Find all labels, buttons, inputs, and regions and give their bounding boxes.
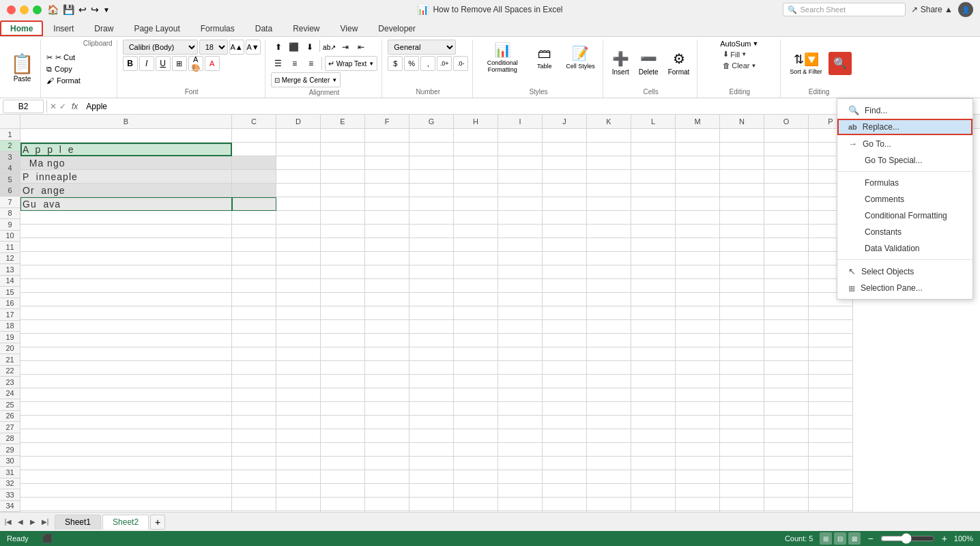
cell-g26[interactable] bbox=[409, 470, 454, 484]
cell-j14[interactable] bbox=[543, 306, 587, 320]
cell-c3[interactable] bbox=[232, 156, 276, 170]
cell-f9[interactable] bbox=[365, 238, 409, 252]
cell-l23[interactable] bbox=[631, 429, 676, 443]
cell-n17[interactable] bbox=[720, 347, 764, 361]
cell-i15[interactable] bbox=[498, 320, 543, 334]
cell-c6[interactable] bbox=[232, 197, 276, 211]
cell-o9[interactable] bbox=[764, 238, 809, 252]
cell-m27[interactable] bbox=[676, 484, 720, 498]
cell-n16[interactable] bbox=[720, 334, 764, 347]
cell-n1[interactable] bbox=[720, 129, 764, 143]
cell-n7[interactable] bbox=[720, 211, 764, 225]
cell-h6[interactable] bbox=[454, 197, 498, 211]
minimize-button[interactable] bbox=[20, 5, 29, 14]
cell-p21[interactable] bbox=[809, 402, 853, 416]
font-color-button[interactable]: A bbox=[205, 56, 220, 71]
cell-i20[interactable] bbox=[498, 388, 543, 402]
cell-m12[interactable] bbox=[676, 279, 720, 293]
cell-n18[interactable] bbox=[720, 361, 764, 375]
cell-o22[interactable] bbox=[764, 416, 809, 429]
number-format-select[interactable]: General bbox=[388, 40, 456, 55]
comma-button[interactable]: , bbox=[420, 56, 435, 71]
cell-j21[interactable] bbox=[543, 402, 587, 416]
cell-d19[interactable] bbox=[276, 375, 321, 388]
cell-o14[interactable] bbox=[764, 306, 809, 320]
cell-i5[interactable] bbox=[498, 184, 543, 197]
cell-c14[interactable] bbox=[232, 306, 276, 320]
cell-b7[interactable] bbox=[20, 211, 232, 225]
cell-d23[interactable] bbox=[276, 429, 321, 443]
cell-d22[interactable] bbox=[276, 416, 321, 429]
cell-l7[interactable] bbox=[631, 211, 676, 225]
cell-e11[interactable] bbox=[321, 265, 365, 279]
cell-f26[interactable] bbox=[365, 470, 409, 484]
cell-d16[interactable] bbox=[276, 334, 321, 347]
cell-h1[interactable] bbox=[454, 129, 498, 143]
cell-d18[interactable] bbox=[276, 361, 321, 375]
cell-h9[interactable] bbox=[454, 238, 498, 252]
cell-g11[interactable] bbox=[409, 265, 454, 279]
cell-i6[interactable] bbox=[498, 197, 543, 211]
cell-j7[interactable] bbox=[543, 211, 587, 225]
cell-m6[interactable] bbox=[676, 197, 720, 211]
cell-k2[interactable] bbox=[587, 143, 631, 156]
cell-k21[interactable] bbox=[587, 402, 631, 416]
fill-color-button[interactable]: A🎨 bbox=[188, 56, 203, 71]
cell-n2[interactable] bbox=[720, 143, 764, 156]
cell-h13[interactable] bbox=[454, 293, 498, 306]
cell-g16[interactable] bbox=[409, 334, 454, 347]
cell-p14[interactable] bbox=[809, 306, 853, 320]
cell-h23[interactable] bbox=[454, 429, 498, 443]
cell-b17[interactable] bbox=[20, 347, 232, 361]
cell-n19[interactable] bbox=[720, 375, 764, 388]
cell-l5[interactable] bbox=[631, 184, 676, 197]
cell-d17[interactable] bbox=[276, 347, 321, 361]
cell-h8[interactable] bbox=[454, 225, 498, 238]
cell-g13[interactable] bbox=[409, 293, 454, 306]
row-header-11[interactable]: 11 bbox=[0, 242, 20, 253]
cell-e1[interactable] bbox=[321, 129, 365, 143]
cell-g4[interactable] bbox=[409, 170, 454, 184]
cell-l15[interactable] bbox=[631, 320, 676, 334]
cell-h28[interactable] bbox=[454, 498, 498, 511]
cell-k5[interactable] bbox=[587, 184, 631, 197]
cell-n9[interactable] bbox=[720, 238, 764, 252]
cell-b10[interactable] bbox=[20, 252, 232, 265]
cell-e3[interactable] bbox=[321, 156, 365, 170]
cell-l8[interactable] bbox=[631, 225, 676, 238]
cell-i24[interactable] bbox=[498, 443, 543, 457]
cell-i25[interactable] bbox=[498, 457, 543, 470]
cell-k14[interactable] bbox=[587, 306, 631, 320]
cell-d5[interactable] bbox=[276, 184, 321, 197]
merge-center-button[interactable]: ⊡ Merge & Center ▼ bbox=[271, 72, 341, 87]
row-header-25[interactable]: 25 bbox=[0, 399, 20, 411]
cell-h18[interactable] bbox=[454, 361, 498, 375]
cell-i16[interactable] bbox=[498, 334, 543, 347]
cell-f8[interactable] bbox=[365, 225, 409, 238]
cell-k1[interactable] bbox=[587, 129, 631, 143]
cell-j1[interactable] bbox=[543, 129, 587, 143]
row-header-2[interactable]: 2 bbox=[0, 141, 20, 152]
tab-view[interactable]: View bbox=[330, 20, 369, 36]
cell-n6[interactable] bbox=[720, 197, 764, 211]
align-center-button[interactable]: ≡ bbox=[287, 56, 302, 71]
sheet-nav[interactable]: |◀ ◀ ▶ ▶| bbox=[3, 517, 51, 528]
cell-styles-button[interactable]: 📝 Cell Styles bbox=[562, 40, 599, 75]
cell-f16[interactable] bbox=[365, 334, 409, 347]
cell-i26[interactable] bbox=[498, 470, 543, 484]
cell-d11[interactable] bbox=[276, 265, 321, 279]
cell-d9[interactable] bbox=[276, 238, 321, 252]
cell-o20[interactable] bbox=[764, 388, 809, 402]
cell-g25[interactable] bbox=[409, 457, 454, 470]
cell-c19[interactable] bbox=[232, 375, 276, 388]
cell-j6[interactable] bbox=[543, 197, 587, 211]
cell-e13[interactable] bbox=[321, 293, 365, 306]
cell-d21[interactable] bbox=[276, 402, 321, 416]
cell-e2[interactable] bbox=[321, 143, 365, 156]
clear-dropdown-button[interactable]: 🗑 Clear ▼ bbox=[720, 61, 759, 70]
delete-cells-button[interactable]: ➖ Delete bbox=[635, 48, 662, 78]
row-header-7[interactable]: 7 bbox=[0, 197, 20, 208]
cell-p24[interactable] bbox=[809, 443, 853, 457]
cell-o3[interactable] bbox=[764, 156, 809, 170]
cell-c18[interactable] bbox=[232, 361, 276, 375]
